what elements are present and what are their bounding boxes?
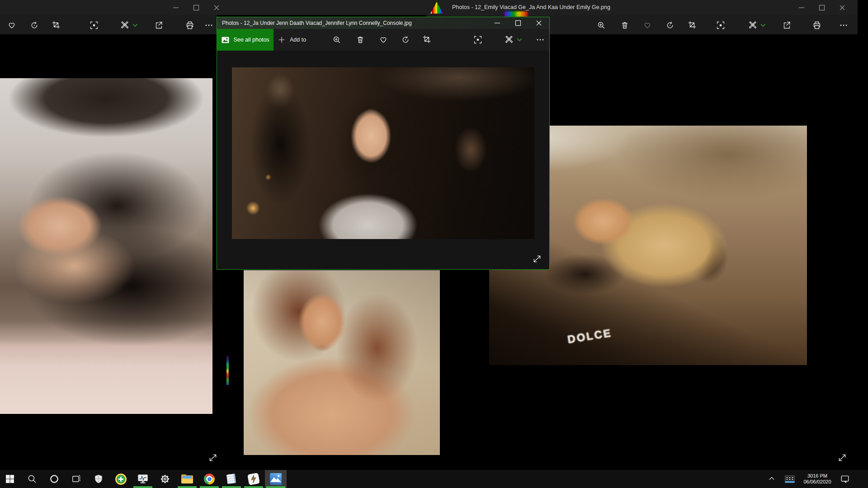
favorite-button[interactable] <box>379 35 388 44</box>
action-center-icon <box>840 474 850 484</box>
taskbar: 3016 PM 06/06/02020 <box>0 470 868 488</box>
print-button[interactable] <box>812 21 821 30</box>
auto-enhance-button[interactable] <box>716 21 725 30</box>
action-center-button[interactable] <box>840 474 850 484</box>
close-button[interactable] <box>832 0 852 15</box>
maximize-icon <box>514 19 522 27</box>
minimize-button[interactable] <box>165 0 186 15</box>
maximize-button[interactable] <box>186 0 206 15</box>
cortana-button[interactable] <box>43 470 65 488</box>
rotate-icon <box>30 21 39 30</box>
edit-button[interactable] <box>120 21 138 30</box>
notepad-button[interactable] <box>221 470 242 488</box>
foreground-toolbar: See all photos Add to <box>217 29 549 51</box>
left-window-toolbar <box>0 15 217 34</box>
cortana-circle-icon <box>49 474 59 484</box>
rotate-icon <box>401 35 410 44</box>
auto-enhance-icon <box>473 35 482 44</box>
winamp-button[interactable] <box>243 470 264 488</box>
taskbar-search-button[interactable] <box>21 470 43 488</box>
settings-button[interactable] <box>154 470 176 488</box>
foreground-expand-button[interactable] <box>532 254 542 264</box>
share-button[interactable] <box>782 21 791 30</box>
file-explorer-button[interactable] <box>176 470 198 488</box>
touch-keyboard-button[interactable] <box>785 475 795 483</box>
task-view-icon <box>71 474 81 484</box>
expand-icon <box>208 453 218 463</box>
edit-button[interactable] <box>505 35 523 44</box>
auto-enhance-icon <box>90 21 99 30</box>
running-indicator <box>266 486 285 488</box>
rotate-button[interactable] <box>30 21 39 30</box>
crop-button[interactable] <box>423 35 432 44</box>
running-indicator <box>200 486 219 488</box>
crop-icon <box>52 21 61 30</box>
chrome-icon <box>204 474 215 484</box>
rotate-button[interactable] <box>401 35 410 44</box>
touch-keyboard-icon <box>785 475 795 483</box>
right-window-expand-button[interactable] <box>837 453 847 463</box>
close-button[interactable] <box>206 0 226 15</box>
ellipsis-icon <box>204 21 213 30</box>
maximize-button[interactable] <box>811 0 832 15</box>
minimize-icon <box>493 19 501 27</box>
foreground-window-controls <box>487 17 549 29</box>
search-icon <box>27 474 37 484</box>
show-hidden-icons-button[interactable] <box>768 474 776 483</box>
expand-icon <box>837 453 847 463</box>
background-titlebar-strip[interactable]: Photos - 12_Emily Viacad Ge_Ja And Kaa U… <box>0 0 858 15</box>
close-button[interactable] <box>528 17 549 29</box>
edit-icon <box>120 21 129 30</box>
foreground-titlebar[interactable]: Photos - 12_Ja Under Jenn Daath Viacad_J… <box>217 17 549 29</box>
close-icon <box>212 4 221 12</box>
delete-button[interactable] <box>356 35 365 44</box>
left-window-photo[interactable] <box>0 78 212 414</box>
minimize-icon <box>797 4 806 12</box>
more-button[interactable] <box>536 35 545 44</box>
photos-app-button[interactable] <box>265 470 287 488</box>
rotate-button[interactable] <box>665 21 675 30</box>
minimize-button[interactable] <box>487 17 508 29</box>
heart-icon <box>643 21 652 30</box>
see-all-photos-button[interactable]: See all photos <box>217 29 274 51</box>
360-total-security-icon <box>115 474 127 485</box>
share-button[interactable] <box>154 21 163 30</box>
zoom-button[interactable] <box>597 21 606 30</box>
windows-defender-button[interactable] <box>88 470 109 488</box>
close-icon <box>838 4 846 12</box>
more-button[interactable] <box>204 21 213 30</box>
auto-enhance-icon <box>716 21 725 30</box>
favorite-button[interactable] <box>7 21 16 30</box>
running-indicator <box>222 486 241 488</box>
edit-button[interactable] <box>748 21 766 30</box>
ellipsis-icon <box>839 21 848 30</box>
print-button[interactable] <box>185 21 194 30</box>
edit-icon <box>748 21 757 30</box>
foreground-photo[interactable] <box>232 67 534 239</box>
zoom-button[interactable] <box>332 35 341 44</box>
auto-enhance-button[interactable] <box>473 35 482 44</box>
crop-button[interactable] <box>52 21 61 30</box>
center-window-photo[interactable] <box>244 270 440 455</box>
chrome-button[interactable] <box>198 470 220 488</box>
trash-icon <box>356 35 365 44</box>
task-view-button[interactable] <box>66 470 87 488</box>
minimize-button[interactable] <box>791 0 811 15</box>
more-button[interactable] <box>839 21 848 30</box>
delete-button[interactable] <box>620 21 629 30</box>
favorite-button[interactable] <box>643 21 652 30</box>
start-button[interactable] <box>0 470 21 488</box>
see-all-photos-label: See all photos <box>233 37 269 43</box>
auto-enhance-button[interactable] <box>90 21 99 30</box>
maximize-button[interactable] <box>508 17 528 29</box>
add-to-button[interactable]: Add to <box>278 29 306 51</box>
total-security-button[interactable] <box>110 470 132 488</box>
maximize-icon <box>818 4 826 12</box>
left-window-expand-button[interactable] <box>208 453 218 463</box>
clock[interactable]: 3016 PM 06/06/02020 <box>797 473 837 485</box>
system-monitor-button[interactable] <box>132 470 154 488</box>
foreground-photo-canvas <box>217 51 549 269</box>
running-indicator <box>133 486 152 488</box>
print-icon <box>812 21 821 30</box>
crop-button[interactable] <box>688 21 697 30</box>
